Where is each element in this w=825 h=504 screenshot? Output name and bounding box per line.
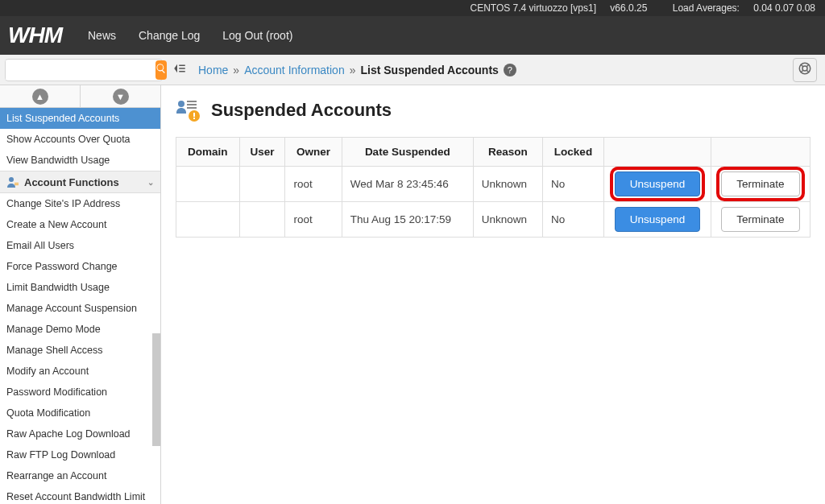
help-icon[interactable]: ?: [504, 64, 516, 76]
sidebar-item[interactable]: Change Site's IP Address: [0, 193, 160, 214]
search-box: [5, 59, 163, 81]
sidebar-list[interactable]: List Suspended AccountsShow Accounts Ove…: [0, 108, 160, 504]
toolbar: Home » Account Information » List Suspen…: [0, 55, 825, 85]
support-button[interactable]: [793, 58, 817, 82]
nav-logout[interactable]: Log Out (root): [222, 29, 292, 42]
sidebar-nav-arrows: ▲ ▼: [0, 85, 160, 108]
cell-unsuspend: Unsuspend: [604, 167, 711, 202]
sidebar-section-label: Account Functions: [24, 176, 119, 188]
sidebar-toggle-button[interactable]: [171, 61, 189, 79]
crumb-sep: »: [350, 64, 356, 76]
sidebar: ▲ ▼ List Suspended AccountsShow Accounts…: [0, 85, 161, 504]
main-content: Suspended Accounts Domain User Owner Dat…: [161, 85, 825, 504]
unsuspend-button[interactable]: Unsuspend: [615, 171, 700, 196]
arrow-down-icon: ▼: [113, 89, 129, 105]
svg-rect-11: [187, 104, 197, 105]
col-unsuspend: [604, 138, 711, 167]
sidebar-item[interactable]: Password Modification: [0, 382, 160, 403]
cell-date: Thu Aug 15 20:17:59: [342, 202, 473, 238]
col-date[interactable]: Date Suspended: [342, 138, 473, 167]
svg-point-9: [178, 101, 184, 107]
search-icon: [155, 63, 167, 76]
search-button[interactable]: [155, 60, 167, 80]
nav-changelog[interactable]: Change Log: [139, 29, 200, 42]
cell-domain: [176, 202, 240, 238]
load-averages: Load Averages: 0.04 0.07 0.08: [661, 2, 815, 14]
crumb-section[interactable]: Account Information: [244, 64, 345, 76]
svg-rect-12: [187, 107, 197, 109]
chevron-down-icon: ⌄: [147, 178, 154, 187]
status-bar: CENTOS 7.4 virtuozzo [vps1] v66.0.25 Loa…: [0, 0, 825, 16]
page-title-row: Suspended Accounts: [176, 98, 810, 122]
sidebar-item[interactable]: Quota Modification: [0, 403, 160, 423]
sidebar-item[interactable]: List Suspended Accounts: [0, 108, 160, 129]
cell-date: Wed Mar 8 23:45:46: [342, 167, 473, 202]
sidebar-section-account-functions[interactable]: Account Functions⌄: [0, 171, 160, 193]
svg-line-5: [806, 70, 809, 72]
sidebar-item[interactable]: Show Accounts Over Quota: [0, 129, 160, 150]
cell-unsuspend: Unsuspend: [604, 202, 711, 238]
cell-terminate: Terminate: [711, 167, 810, 202]
svg-point-1: [802, 66, 807, 71]
sidebar-item[interactable]: Force Password Change: [0, 256, 160, 277]
col-reason[interactable]: Reason: [473, 138, 542, 167]
sidebar-item[interactable]: Raw Apache Log Download: [0, 423, 160, 444]
cell-owner: root: [285, 167, 342, 202]
crumb-sep: »: [233, 64, 239, 76]
search-input[interactable]: [6, 60, 154, 80]
breadcrumb: Home » Account Information » List Suspen…: [198, 64, 516, 76]
terminate-button[interactable]: Terminate: [721, 207, 799, 232]
sidebar-item[interactable]: Manage Demo Mode: [0, 319, 160, 340]
col-user[interactable]: User: [239, 138, 285, 167]
col-owner[interactable]: Owner: [285, 138, 342, 167]
arrow-up-icon: ▲: [32, 89, 48, 105]
nav-news[interactable]: News: [88, 29, 116, 42]
header: WHM News Change Log Log Out (root): [0, 16, 825, 55]
sidebar-item[interactable]: Rearrange an Account: [0, 465, 160, 486]
sidebar-up-button[interactable]: ▲: [0, 85, 81, 107]
svg-line-4: [801, 70, 803, 72]
os-info: CENTOS 7.4 virtuozzo [vps1]: [470, 2, 596, 14]
sidebar-item[interactable]: Raw FTP Log Download: [0, 444, 160, 465]
svg-rect-8: [15, 184, 19, 185]
sidebar-item[interactable]: Manage Account Suspension: [0, 298, 160, 319]
svg-line-3: [806, 64, 809, 67]
col-terminate: [711, 138, 810, 167]
whm-logo[interactable]: WHM: [8, 23, 62, 48]
cell-locked: No: [542, 167, 603, 202]
col-locked[interactable]: Locked: [542, 138, 603, 167]
unsuspend-button[interactable]: Unsuspend: [615, 207, 700, 232]
sidebar-item[interactable]: View Bandwidth Usage: [0, 150, 160, 171]
svg-rect-10: [187, 101, 197, 102]
sidebar-scrollbar[interactable]: [152, 333, 160, 446]
cell-user: [239, 202, 285, 238]
svg-line-2: [801, 64, 803, 67]
page-title: Suspended Accounts: [211, 100, 392, 121]
menu-collapse-icon: [172, 61, 187, 78]
terminate-button[interactable]: Terminate: [721, 171, 799, 196]
table-header-row: Domain User Owner Date Suspended Reason …: [176, 138, 810, 167]
sidebar-item[interactable]: Email All Users: [0, 235, 160, 256]
cell-locked: No: [542, 202, 603, 238]
svg-rect-7: [15, 183, 19, 184]
lifebuoy-icon: [798, 61, 812, 78]
cell-user: [239, 167, 285, 202]
cell-domain: [176, 167, 240, 202]
sidebar-down-button[interactable]: ▼: [81, 85, 160, 107]
suspended-accounts-table: Domain User Owner Date Suspended Reason …: [176, 137, 810, 238]
table-row: rootThu Aug 15 20:17:59UnknownNoUnsuspen…: [176, 202, 810, 238]
version-info: v66.0.25: [610, 2, 647, 14]
cell-reason: Unknown: [473, 202, 542, 238]
crumb-current: List Suspended Accounts: [360, 64, 498, 76]
col-domain[interactable]: Domain: [176, 138, 240, 167]
sidebar-item[interactable]: Limit Bandwidth Usage: [0, 277, 160, 298]
sidebar-item[interactable]: Create a New Account: [0, 214, 160, 235]
sidebar-item[interactable]: Reset Account Bandwidth Limit: [0, 486, 160, 504]
cell-reason: Unknown: [473, 167, 542, 202]
sidebar-item[interactable]: Manage Shell Access: [0, 340, 160, 361]
sidebar-item[interactable]: Modify an Account: [0, 361, 160, 382]
svg-point-6: [9, 177, 14, 182]
account-functions-icon: [6, 176, 19, 188]
table-row: rootWed Mar 8 23:45:46UnknownNoUnsuspend…: [176, 167, 810, 202]
crumb-home[interactable]: Home: [198, 64, 228, 76]
